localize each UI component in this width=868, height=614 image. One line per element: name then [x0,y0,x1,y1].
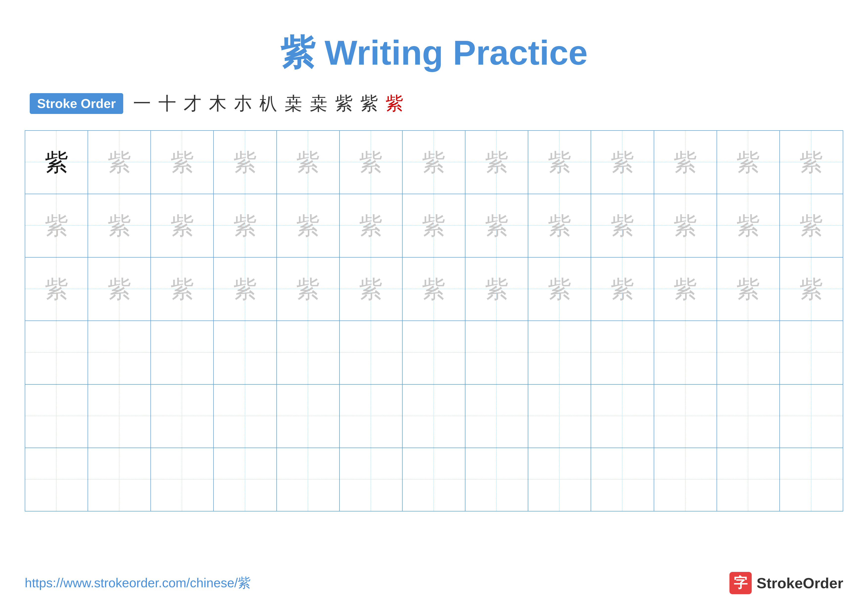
grid-cell-2-12[interactable]: 紫 [717,194,780,257]
grid-cell-2-8[interactable]: 紫 [465,194,528,257]
grid-cell-4-13[interactable] [780,321,843,384]
grid-cell-4-12[interactable] [717,321,780,384]
char-display: 紫 [45,151,68,174]
grid-cell-5-1[interactable] [25,385,88,448]
char-display: 紫 [548,277,571,301]
grid-cell-2-5[interactable]: 紫 [277,194,340,257]
practice-grid: 紫 紫 紫 紫 紫 紫 紫 紫 紫 紫 紫 紫 紫 紫 紫 紫 紫 紫 紫 紫 … [25,130,843,511]
footer-logo: 字 StrokeOrder [729,572,843,594]
grid-cell-5-13[interactable] [780,385,843,448]
grid-cell-6-1[interactable] [25,448,88,511]
grid-cell-1-12[interactable]: 紫 [717,131,780,194]
grid-cell-6-10[interactable] [591,448,654,511]
grid-cell-5-2[interactable] [88,385,151,448]
char-display: 紫 [611,277,634,301]
char-display: 紫 [45,214,68,238]
grid-cell-5-6[interactable] [340,385,403,448]
grid-cell-2-2[interactable]: 紫 [88,194,151,257]
grid-cell-1-6[interactable]: 紫 [340,131,403,194]
grid-row-6 [25,448,843,511]
grid-cell-4-8[interactable] [465,321,528,384]
grid-cell-1-9[interactable]: 紫 [528,131,591,194]
grid-cell-3-12[interactable]: 紫 [717,258,780,320]
grid-cell-6-12[interactable] [717,448,780,511]
grid-cell-2-4[interactable]: 紫 [214,194,277,257]
grid-cell-3-10[interactable]: 紫 [591,258,654,320]
grid-cell-3-11[interactable]: 紫 [654,258,717,320]
grid-cell-1-7[interactable]: 紫 [403,131,465,194]
grid-cell-1-5[interactable]: 紫 [277,131,340,194]
grid-cell-3-2[interactable]: 紫 [88,258,151,320]
grid-cell-1-1[interactable]: 紫 [25,131,88,194]
grid-cell-1-8[interactable]: 紫 [465,131,528,194]
grid-cell-3-13[interactable]: 紫 [780,258,843,320]
grid-cell-3-1[interactable]: 紫 [25,258,88,320]
char-display: 紫 [359,151,383,174]
grid-cell-6-7[interactable] [403,448,465,511]
grid-cell-2-6[interactable]: 紫 [340,194,403,257]
grid-cell-1-3[interactable]: 紫 [151,131,214,194]
stroke-order-section: Stroke Order 一 十 才 木 朩 朳 桒 桒 紫 紫 紫 [25,92,843,115]
grid-cell-4-9[interactable] [528,321,591,384]
grid-cell-3-7[interactable]: 紫 [403,258,465,320]
grid-cell-6-13[interactable] [780,448,843,511]
grid-cell-6-2[interactable] [88,448,151,511]
grid-cell-2-9[interactable]: 紫 [528,194,591,257]
grid-cell-2-10[interactable]: 紫 [591,194,654,257]
grid-cell-1-11[interactable]: 紫 [654,131,717,194]
grid-cell-6-5[interactable] [277,448,340,511]
grid-cell-4-7[interactable] [403,321,465,384]
grid-cell-5-11[interactable] [654,385,717,448]
char-display: 紫 [611,151,634,174]
grid-cell-2-1[interactable]: 紫 [25,194,88,257]
grid-cell-6-11[interactable] [654,448,717,511]
grid-cell-4-3[interactable] [151,321,214,384]
char-display: 紫 [170,151,194,174]
grid-cell-5-4[interactable] [214,385,277,448]
grid-cell-1-4[interactable]: 紫 [214,131,277,194]
char-display: 紫 [108,277,131,301]
stroke-step-10: 紫 [360,92,378,115]
grid-cell-2-11[interactable]: 紫 [654,194,717,257]
grid-cell-1-10[interactable]: 紫 [591,131,654,194]
grid-cell-3-9[interactable]: 紫 [528,258,591,320]
grid-cell-5-12[interactable] [717,385,780,448]
grid-cell-4-10[interactable] [591,321,654,384]
grid-cell-6-8[interactable] [465,448,528,511]
grid-cell-4-1[interactable] [25,321,88,384]
grid-cell-6-9[interactable] [528,448,591,511]
footer-url[interactable]: https://www.strokeorder.com/chinese/紫 [25,574,251,592]
grid-cell-3-6[interactable]: 紫 [340,258,403,320]
grid-cell-1-13[interactable]: 紫 [780,131,843,194]
grid-cell-2-13[interactable]: 紫 [780,194,843,257]
grid-cell-6-4[interactable] [214,448,277,511]
grid-cell-5-5[interactable] [277,385,340,448]
char-display: 紫 [108,214,131,238]
grid-cell-5-9[interactable] [528,385,591,448]
grid-cell-2-7[interactable]: 紫 [403,194,465,257]
grid-cell-5-8[interactable] [465,385,528,448]
grid-cell-5-7[interactable] [403,385,465,448]
char-display: 紫 [233,151,257,174]
char-display: 紫 [296,151,320,174]
title-label: Writing Practice [325,33,587,72]
grid-cell-4-5[interactable] [277,321,340,384]
stroke-step-1: 一 [133,92,151,115]
grid-cell-4-11[interactable] [654,321,717,384]
grid-cell-6-3[interactable] [151,448,214,511]
grid-cell-6-6[interactable] [340,448,403,511]
grid-cell-4-4[interactable] [214,321,277,384]
footer: https://www.strokeorder.com/chinese/紫 字 … [25,572,843,594]
grid-cell-5-10[interactable] [591,385,654,448]
grid-cell-5-3[interactable] [151,385,214,448]
grid-cell-3-8[interactable]: 紫 [465,258,528,320]
grid-cell-1-2[interactable]: 紫 [88,131,151,194]
grid-cell-2-3[interactable]: 紫 [151,194,214,257]
grid-cell-4-2[interactable] [88,321,151,384]
grid-cell-3-4[interactable]: 紫 [214,258,277,320]
title-section: 紫 Writing Practice [25,30,843,77]
grid-cell-3-3[interactable]: 紫 [151,258,214,320]
grid-cell-4-6[interactable] [340,321,403,384]
grid-cell-3-5[interactable]: 紫 [277,258,340,320]
grid-row-2: 紫 紫 紫 紫 紫 紫 紫 紫 紫 紫 紫 紫 紫 [25,194,843,258]
